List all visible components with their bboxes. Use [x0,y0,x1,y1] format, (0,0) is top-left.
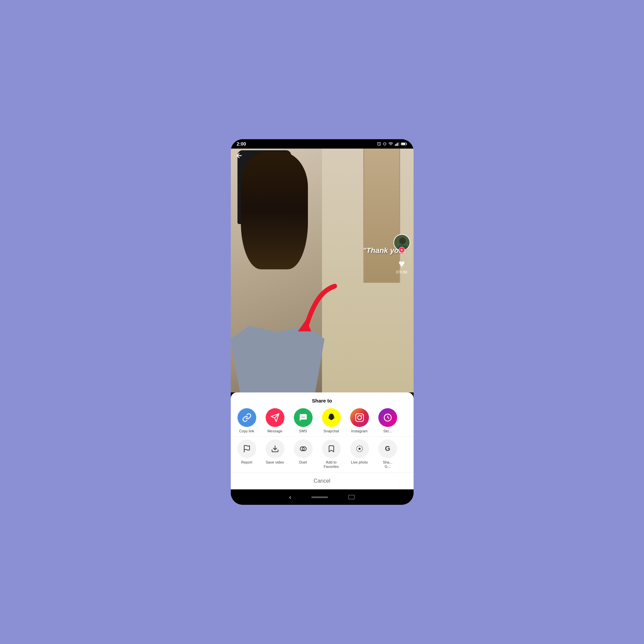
svg-point-19 [361,415,362,416]
like-count: 378.8K [396,270,408,274]
svg-rect-17 [356,414,363,422]
add-favorites-label: Add toFavorites [324,460,339,469]
story-icon [378,408,397,427]
duet-label: Duet [299,460,307,465]
nav-recents-button[interactable] [348,495,355,499]
alarm-icon [377,142,381,146]
report-label: Report [241,460,252,465]
copy-link-icon [237,408,256,427]
svg-rect-2 [395,144,395,146]
person [241,152,308,269]
battery-icon [401,142,408,146]
status-bar: 2:00 [231,139,414,149]
share-items-row: Copy link Message [231,408,414,433]
creator-avatar[interactable]: + [393,234,410,251]
message-label: Message [267,429,282,433]
action-save-video[interactable]: Save video [262,439,288,465]
instagram-icon [350,408,369,427]
action-add-favorites[interactable]: Add toFavorites [319,439,344,469]
report-icon [237,439,256,458]
nav-back-button[interactable]: ‹ [289,494,291,501]
shirt [231,325,325,392]
svg-rect-5 [398,142,399,146]
cancel-button[interactable]: Cancel [231,472,414,489]
svg-rect-4 [397,143,398,146]
right-sidebar: + ♥ 378.8K [393,234,410,274]
status-time: 2:00 [237,141,246,147]
svg-point-16 [304,417,305,418]
share-g-icon: G [378,439,397,458]
action-live-photo[interactable]: Live photo [347,439,372,465]
svg-rect-7 [401,143,405,145]
save-video-label: Save video [266,460,284,465]
share-story[interactable]: Sto... [375,408,400,433]
share-copy-link[interactable]: Copy link [234,408,260,433]
story-label: Sto... [383,429,392,433]
svg-point-26 [359,448,361,450]
live-photo-icon [350,439,369,458]
share-g-label: Sha...G... [383,460,392,469]
svg-rect-3 [396,144,397,146]
share-snapchat[interactable]: Snapchat [319,408,344,433]
signal-icon [395,142,399,146]
wifi-icon [388,142,393,146]
share-sms[interactable]: SMS [290,408,316,433]
duet-icon [294,439,313,458]
share-message[interactable]: Message [262,408,288,433]
instagram-label: Instagram [351,429,368,433]
share-instagram[interactable]: Instagram [347,408,372,433]
status-icons [377,142,408,146]
share-title: Share to [231,398,414,404]
like-button[interactable]: ♥ 378.8K [396,258,408,274]
svg-point-15 [303,417,304,418]
sms-icon [294,408,313,427]
live-photo-label: Live photo [351,460,368,465]
copy-link-label: Copy link [239,429,254,433]
action-share-g[interactable]: G Sha...G... [375,439,400,469]
message-icon [266,408,284,427]
divider [231,436,414,437]
svg-point-9 [399,237,406,244]
nav-home-pill[interactable] [311,496,328,498]
svg-point-18 [358,416,362,420]
follow-plus-button[interactable]: + [399,247,405,253]
back-button[interactable] [235,152,243,161]
snapchat-icon [322,408,341,427]
add-favorites-icon [322,439,341,458]
action-items-row: Report Save video [231,439,414,469]
phone-frame: 2:00 "Thank you" [231,139,414,505]
action-report[interactable]: Report [234,439,260,465]
heart-icon: ♥ [398,258,405,270]
share-panel: Share to Copy link [231,392,414,489]
snapchat-label: Snapchat [323,429,339,433]
action-duet[interactable]: Duet [290,439,316,465]
save-video-icon [266,439,284,458]
nav-bar: ‹ [231,489,414,505]
vibrate-icon [383,142,387,146]
svg-rect-1 [384,143,385,145]
video-area: "Thank you" + ♥ 378.8K [231,149,414,392]
sms-label: SMS [299,429,307,433]
svg-point-14 [302,417,303,418]
